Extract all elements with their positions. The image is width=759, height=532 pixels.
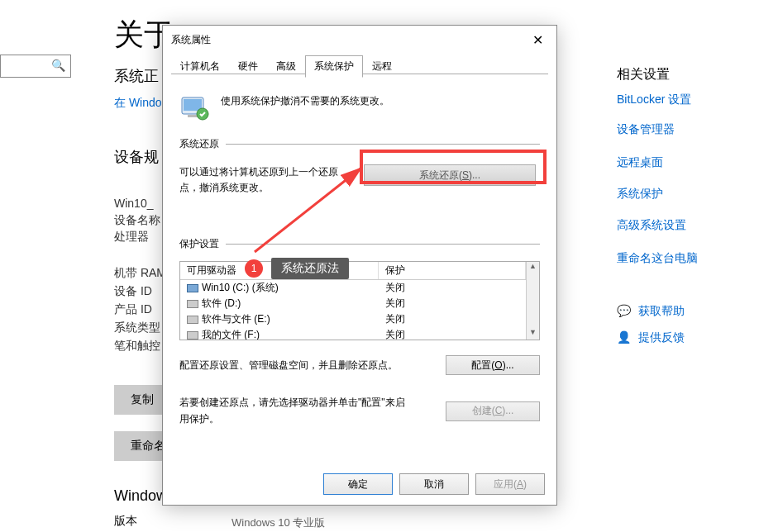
drive-row[interactable]: 软件 (D:)关闭 [180, 296, 526, 311]
help-icon: 💬 [617, 304, 633, 317]
tab-system-protection[interactable]: 系统保护 [305, 55, 363, 78]
spec-ram: 机带 RAM [114, 266, 166, 281]
system-restore-section: 系统还原 [179, 137, 540, 151]
drive-icon [187, 284, 198, 292]
link-rename-pc[interactable]: 重命名这台电脑 [617, 251, 698, 266]
related-settings-title: 相关设置 [617, 66, 670, 83]
device-spec-title: 设备规 [114, 147, 159, 167]
configure-button[interactable]: 配置(O)... [446, 355, 540, 375]
version-value: Windows 10 专业版 [232, 515, 325, 530]
restore-description: 可以通过将计算机还原到上一个还原点，撤消系统更改。 [179, 164, 343, 196]
drive-row[interactable]: 软件与文件 (E:)关闭 [180, 311, 526, 327]
link-remote-desktop[interactable]: 远程桌面 [617, 155, 663, 170]
spec-pen-touch: 笔和触控 [114, 339, 160, 354]
link-bitlocker[interactable]: BitLocker 设置 [617, 93, 691, 107]
drive-icon [187, 300, 198, 308]
system-protection-icon [179, 93, 209, 122]
create-description: 若要创建还原点，请先选择驱动器并单击"配置"来启用保护。 [179, 395, 411, 426]
spec-device-name: 设备名称 [114, 213, 160, 228]
scrollbar[interactable]: ▲ ▼ [526, 262, 539, 340]
link-system-protection[interactable]: 系统保护 [617, 187, 663, 202]
spec-device-id: 设备 ID [114, 284, 152, 299]
version-label: 版本 [114, 514, 137, 529]
spec-cpu: 处理器 [114, 230, 149, 245]
spec-product-id: 产品 ID [114, 302, 152, 317]
search-box[interactable]: 🔍 [0, 55, 71, 78]
drive-list-header: 可用驱动器 保护 [180, 262, 526, 280]
link-advanced-settings[interactable]: 高级系统设置 [617, 218, 686, 233]
windows-link[interactable]: 在 Windo [114, 96, 162, 111]
drive-row[interactable]: Win10 (C:) (系统)关闭 [180, 280, 526, 296]
svg-rect-2 [188, 115, 198, 117]
drive-icon [187, 331, 198, 340]
annotation-tooltip: 系统还原法 [271, 258, 349, 279]
configure-description: 配置还原设置、管理磁盘空间，并且删除还原点。 [179, 359, 398, 373]
system-restore-button[interactable]: 系统还原(S)... [364, 164, 536, 186]
protection-settings-section: 保护设置 [179, 237, 540, 251]
col-protect: 保护 [379, 262, 526, 279]
link-get-help[interactable]: 💬获取帮助 [617, 304, 685, 319]
ok-button[interactable]: 确定 [323, 473, 393, 495]
scroll-up-icon[interactable]: ▲ [527, 262, 539, 273]
dialog-message: 使用系统保护撤消不需要的系统更改。 [221, 93, 389, 108]
monitor-status: 系统正 [114, 66, 159, 86]
search-icon: 🔍 [51, 59, 65, 72]
apply-button: 应用(A) [475, 473, 545, 495]
spec-system-type: 系统类型 [114, 321, 160, 335]
annotation-badge: 1 [245, 259, 263, 278]
drive-list[interactable]: 可用驱动器 保护 Win10 (C:) (系统)关闭 软件 (D:)关闭 软件与… [179, 261, 540, 340]
scroll-down-icon[interactable]: ▼ [527, 328, 539, 340]
system-properties-dialog: 系统属性 ✕ 计算机名 硬件 高级 系统保护 远程 使用系统保护撤消不需要的系统… [162, 25, 557, 506]
feedback-icon: 👤 [617, 330, 633, 344]
drive-row[interactable]: 我的文件 (F:)关闭 [180, 327, 526, 340]
cancel-button[interactable]: 取消 [399, 473, 469, 495]
dialog-title: 系统属性 [171, 33, 211, 47]
drive-icon [187, 316, 198, 324]
link-device-manager[interactable]: 设备管理器 [617, 122, 675, 137]
link-feedback[interactable]: 👤提供反馈 [617, 330, 685, 345]
spec-device-name-val: Win10_ [114, 197, 153, 210]
create-button: 创建(C)... [446, 401, 540, 421]
close-icon[interactable]: ✕ [526, 32, 550, 48]
dialog-titlebar: 系统属性 ✕ [163, 26, 556, 49]
